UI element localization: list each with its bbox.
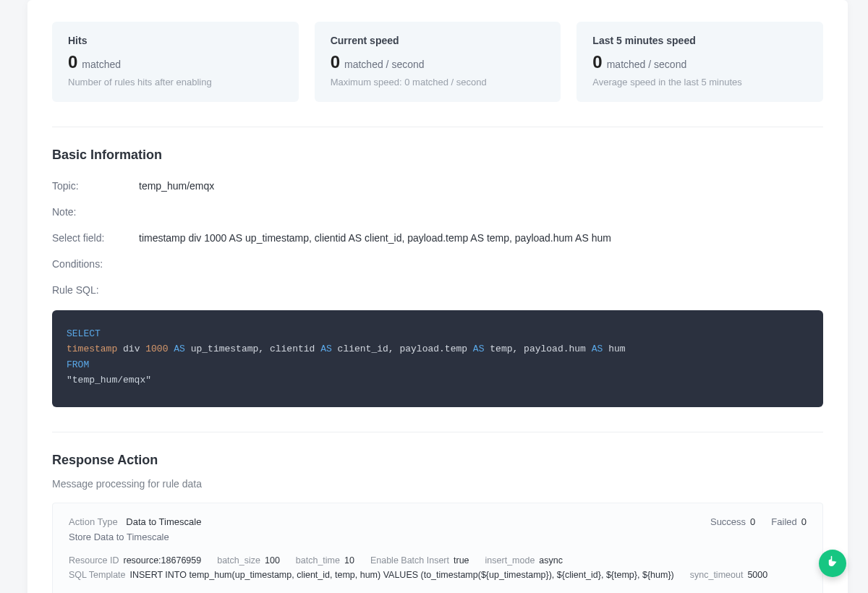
sql-ident: clientid bbox=[270, 344, 315, 354]
sql-ident: temp, bbox=[490, 344, 518, 354]
stat-sub: Maximum speed: 0 matched / second bbox=[331, 77, 545, 88]
sql-ident: payload.hum bbox=[524, 344, 586, 354]
info-row-select-field: Select field: timestamp div 1000 AS up_t… bbox=[52, 232, 823, 244]
param-pair: sync_timeout5000 bbox=[690, 570, 767, 580]
section-heading-response: Response Action bbox=[52, 453, 823, 468]
param-value: resource:18676959 bbox=[123, 555, 201, 566]
rule-sql-code: SELECT timestamp div 1000 AS up_timestam… bbox=[52, 310, 823, 407]
info-label: Note: bbox=[52, 206, 139, 218]
stat-title: Current speed bbox=[331, 35, 545, 46]
counter-value: 0 bbox=[750, 516, 755, 527]
sql-ident: timestamp bbox=[67, 344, 117, 354]
sql-keyword-select: SELECT bbox=[67, 328, 101, 339]
action-type-label: Action Type bbox=[69, 516, 118, 527]
info-row-topic: Topic: temp_hum/emqx bbox=[52, 180, 823, 192]
sql-keyword-as: AS bbox=[592, 344, 603, 354]
stat-value: 0 bbox=[68, 54, 77, 71]
param-pair: Resource IDresource:18676959 bbox=[69, 555, 201, 566]
param-label: batch_time bbox=[296, 555, 340, 566]
info-row-rule-sql: Rule SQL: bbox=[52, 284, 823, 296]
info-label: Rule SQL: bbox=[52, 284, 139, 296]
sql-keyword-as: AS bbox=[473, 344, 485, 354]
param-label: SQL Template bbox=[69, 570, 126, 580]
param-label: sync_timeout bbox=[690, 570, 744, 580]
stat-unit: matched bbox=[82, 59, 121, 70]
param-value: 100 bbox=[265, 555, 280, 566]
sql-ident: hum bbox=[608, 344, 625, 354]
param-pair: batch_time10 bbox=[296, 555, 354, 566]
sql-ident: payload.temp bbox=[399, 344, 467, 354]
param-pair: Enable Batch Inserttrue bbox=[370, 555, 469, 566]
counter-success: Success0 bbox=[710, 516, 755, 542]
section-heading-basic: Basic Information bbox=[52, 148, 823, 163]
param-value: async bbox=[539, 555, 563, 566]
param-pair: insert_modeasync bbox=[485, 555, 563, 566]
info-label: Topic: bbox=[52, 180, 139, 192]
info-value: temp_hum/emqx bbox=[139, 180, 214, 192]
param-value: 10 bbox=[344, 555, 354, 566]
action-counters: Success0 Failed0 bbox=[710, 516, 807, 542]
info-label: Select field: bbox=[52, 232, 139, 244]
param-label: Enable Batch Insert bbox=[370, 555, 449, 566]
param-label: insert_mode bbox=[485, 555, 535, 566]
counter-value: 0 bbox=[801, 516, 807, 527]
stat-value: 0 bbox=[331, 54, 340, 71]
stat-title: Last 5 minutes speed bbox=[592, 35, 807, 46]
sql-op: div bbox=[123, 344, 140, 354]
stat-card-current-speed: Current speed 0 matched / second Maximum… bbox=[315, 22, 561, 102]
sql-keyword-as: AS bbox=[320, 344, 332, 354]
sql-keyword-from: FROM bbox=[67, 359, 89, 370]
stat-sub: Average speed in the last 5 minutes bbox=[592, 77, 807, 88]
param-value: true bbox=[454, 555, 469, 566]
stat-title: Hits bbox=[68, 35, 283, 46]
info-value: timestamp div 1000 AS up_timestamp, clie… bbox=[139, 232, 611, 244]
counter-label: Failed bbox=[771, 516, 796, 527]
param-value: 5000 bbox=[747, 570, 767, 580]
info-row-note: Note: bbox=[52, 206, 823, 218]
action-params: Resource IDresource:18676959batch_size10… bbox=[69, 555, 807, 580]
counter-failed: Failed0 bbox=[771, 516, 807, 542]
divider bbox=[52, 432, 823, 432]
sql-ident: up_timestamp, bbox=[191, 344, 264, 354]
param-value: INSERT INTO temp_hum(up_timestamp, clien… bbox=[130, 570, 674, 580]
sql-ident: client_id, bbox=[338, 344, 394, 354]
info-label: Conditions: bbox=[52, 258, 139, 270]
info-row-conditions: Conditions: bbox=[52, 258, 823, 270]
param-pair: batch_size100 bbox=[217, 555, 280, 566]
help-fab-button[interactable] bbox=[819, 550, 846, 577]
action-type-value: Data to Timescale bbox=[126, 516, 201, 527]
stat-value: 0 bbox=[592, 54, 602, 71]
sql-keyword-as: AS bbox=[174, 344, 185, 354]
pointer-icon bbox=[826, 555, 839, 571]
stat-card-last5-speed: Last 5 minutes speed 0 matched / second … bbox=[576, 22, 823, 102]
param-label: Resource ID bbox=[69, 555, 119, 566]
action-card: Action Type Data to Timescale Store Data… bbox=[52, 503, 823, 593]
section-sub-response: Message processing for rule data bbox=[52, 478, 823, 490]
param-label: batch_size bbox=[217, 555, 260, 566]
stat-unit: matched / second bbox=[344, 59, 425, 70]
stat-card-hits: Hits 0 matched Number of rules hits afte… bbox=[52, 22, 299, 102]
param-pair: SQL TemplateINSERT INTO temp_hum(up_time… bbox=[69, 570, 674, 580]
divider bbox=[52, 127, 823, 127]
action-desc: Store Data to Timescale bbox=[69, 532, 201, 542]
counter-label: Success bbox=[710, 516, 746, 527]
action-type-row: Action Type Data to Timescale Store Data… bbox=[69, 516, 201, 542]
stats-row: Hits 0 matched Number of rules hits afte… bbox=[52, 0, 823, 102]
stat-sub: Number of rules hits after enabling bbox=[68, 77, 283, 88]
sql-string: "temp_hum/emqx" bbox=[67, 375, 151, 385]
stat-unit: matched / second bbox=[607, 59, 687, 70]
sql-num: 1000 bbox=[145, 344, 168, 354]
